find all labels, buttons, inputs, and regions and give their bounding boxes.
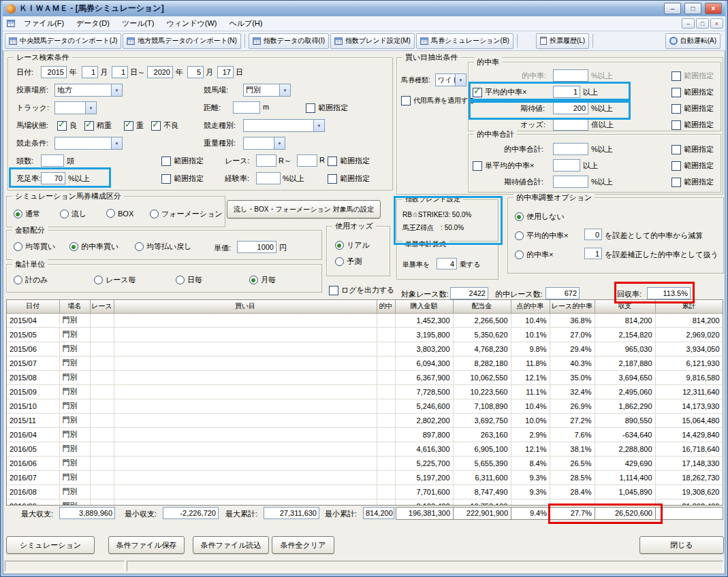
table-row[interactable]: 2016/08門別7,701,6008,747,4909.3%28.4%1,04… (7, 484, 723, 499)
aggregation-per-race-radio[interactable]: レース毎 (94, 275, 136, 285)
menu-help[interactable]: ヘルプ(H) (223, 16, 268, 31)
experience-rate-input[interactable] (256, 172, 281, 184)
maximize-button[interactable]: □ (684, 3, 701, 14)
allocation-equal-radio[interactable]: 均等買い (14, 242, 55, 252)
date-day-to-input[interactable]: 17 (217, 66, 234, 78)
menu-window[interactable]: ウィンドウ(W) (161, 16, 222, 31)
substitute-ticket-checkbox[interactable]: 代用馬券を適用する (401, 96, 475, 105)
fill-rate-range-checkbox[interactable]: 範囲指定 (161, 174, 204, 184)
racecourse-select[interactable]: 門別▼ (243, 84, 291, 97)
track-select[interactable]: ▼ (54, 101, 97, 114)
table-row[interactable]: 2015/05門別3,195,8005,350,62010.1%27.0%2,1… (7, 327, 723, 342)
distance-input[interactable] (233, 101, 260, 114)
single-avg-hit-rate-input[interactable] (553, 159, 580, 171)
condition-heavy-checkbox[interactable]: 重 (124, 120, 144, 131)
table-row[interactable]: 2015/04門別1,452,3002,266,50010.4%36.8%814… (7, 313, 723, 327)
clear-conditions-button[interactable]: 条件全クリア (272, 536, 334, 554)
chevron-down-icon[interactable]: ▼ (111, 84, 122, 96)
condition-slightly-heavy-checkbox[interactable]: 稍重 (84, 120, 112, 131)
table-row[interactable]: 2016/05門別4,616,3006,905,10012.1%38.1%2,2… (7, 442, 723, 456)
mdi-close-button[interactable]: × (710, 18, 723, 29)
avg-hit-rate-range-checkbox[interactable]: 範囲指定 (671, 87, 714, 97)
mdi-child-icon[interactable] (7, 20, 15, 27)
expected-total-input[interactable] (553, 176, 588, 188)
win-rate-exponent-input[interactable]: 4 (437, 258, 457, 269)
chevron-down-icon[interactable]: ▼ (274, 137, 285, 149)
header-bet[interactable]: 買い目 (114, 300, 377, 313)
date-year-from-input[interactable]: 2015 (41, 66, 67, 78)
aggregation-monthly-radio[interactable]: 月毎 (249, 275, 276, 285)
target-horse-settings-button[interactable]: 流し・BOX・フォーメーション 対象馬の設定 (227, 200, 381, 218)
header-purchase[interactable]: 購入金額 (395, 300, 453, 313)
save-conditions-button[interactable]: 条件ファイル保存 (108, 536, 185, 554)
minimize-button[interactable]: – (664, 3, 681, 14)
hit-rate-input[interactable] (553, 69, 588, 82)
composition-normal-radio[interactable]: 通常 (14, 209, 40, 219)
experience-range-checkbox[interactable]: 範囲指定 (328, 174, 370, 184)
odds-range-checkbox[interactable]: 範囲指定 (671, 120, 714, 130)
table-row[interactable]: 2015/10門別5,246,6007,108,89010.4%26.9%1,8… (7, 399, 723, 413)
race-condition-select[interactable]: ▼ (54, 137, 123, 150)
table-row[interactable]: 2016/07門別5,197,2006,311,6009.3%28.5%1,11… (7, 470, 723, 484)
weight-type-select[interactable]: ▼ (243, 137, 285, 150)
hit-rate-range-checkbox[interactable]: 範囲指定 (671, 71, 714, 81)
date-year-to-input[interactable]: 2020 (147, 66, 173, 78)
toolbar-index-blend-button[interactable]: 指数ブレンド設定(M) (330, 33, 415, 49)
hit-rate-total-range-checkbox[interactable]: 範囲指定 (671, 144, 714, 154)
header-race[interactable]: レース (90, 300, 114, 313)
race-from-input[interactable] (256, 154, 276, 167)
single-avg-hit-rate-checkbox[interactable]: 単平均的中率× (473, 161, 534, 171)
heads-range-checkbox[interactable]: 範囲指定 (161, 156, 204, 166)
unit-price-input[interactable]: 1000 (237, 241, 276, 253)
hit-rate-total-input[interactable] (553, 143, 588, 155)
menu-data[interactable]: データ(D) (71, 16, 115, 31)
single-avg-range-checkbox[interactable]: 範囲指定 (671, 161, 714, 171)
header-hit[interactable]: 的中 (377, 300, 395, 313)
header-date[interactable]: 日付 (7, 300, 59, 313)
header-race-rate[interactable]: レース的中率 (550, 300, 595, 313)
menu-tool[interactable]: ツール(T) (116, 16, 160, 31)
adjust-subtract-input[interactable]: 0 (584, 229, 602, 240)
mdi-minimize-button[interactable]: – (682, 18, 695, 29)
adjust-subtract-radio[interactable]: 平均的中率× (515, 231, 568, 241)
composition-nagashi-radio[interactable]: 流し (60, 209, 86, 219)
date-month-from-input[interactable]: 1 (82, 66, 98, 78)
header-payout[interactable]: 配当金 (453, 300, 511, 313)
table-row[interactable]: 2015/08門別6,367,90010,062,55012.1%35.0%3,… (7, 370, 723, 384)
voting-place-select[interactable]: 地方▼ (54, 84, 123, 97)
date-month-to-input[interactable]: 5 (187, 66, 204, 78)
table-row[interactable]: 2015/09門別7,728,50010,223,56011.1%32.4%2,… (7, 384, 723, 399)
date-day-from-input[interactable]: 1 (112, 66, 128, 78)
race-range-checkbox[interactable]: 範囲指定 (328, 156, 370, 166)
ticket-type-select[interactable]: ワイド▼ (435, 73, 466, 86)
mdi-restore-button[interactable]: □ (696, 18, 709, 29)
condition-good-checkbox[interactable]: 良 (57, 120, 77, 131)
close-button[interactable]: × (705, 3, 722, 14)
table-row[interactable]: 2016/04門別897,800263,1602.9%7.6%-634,6401… (7, 427, 723, 442)
header-venue[interactable]: 場名 (59, 300, 90, 313)
toolbar-import-local-button[interactable]: 地方競馬データのインポート(N) (123, 33, 241, 49)
table-row[interactable]: 2016/06門別5,225,7005,655,3908.4%26.5%429,… (7, 456, 723, 470)
allocation-equal-refund-radio[interactable]: 均等払い戻し (135, 242, 192, 252)
chevron-down-icon[interactable]: ▼ (455, 74, 466, 86)
header-point-rate[interactable]: 点的中率 (511, 300, 550, 313)
toolbar-get-index-button[interactable]: 指数データの取得(I) (249, 33, 329, 49)
odds-real-radio[interactable]: リアル (335, 240, 370, 250)
allocation-hit-rate-radio[interactable]: 的中率買い (69, 242, 118, 252)
table-row[interactable]: 2015/07門別6,094,3008,282,18011.8%40.3%2,1… (7, 356, 723, 370)
composition-box-radio[interactable]: BOX (106, 209, 133, 218)
adjust-correct-input[interactable]: 1 (584, 248, 602, 259)
odds-forecast-radio[interactable]: 予測 (335, 257, 362, 267)
expected-value-range-checkbox[interactable]: 範囲指定 (671, 103, 714, 114)
chevron-down-icon[interactable]: ▼ (85, 102, 96, 114)
load-conditions-button[interactable]: 条件ファイル読込 (193, 536, 269, 554)
aggregation-daily-radio[interactable]: 日毎 (176, 275, 202, 285)
close-dialog-button[interactable]: 閉じる (639, 536, 724, 554)
toolbar-simulation-button[interactable]: 馬券シミュレーション(B) (416, 33, 513, 49)
table-row[interactable]: 2015/11門別2,802,2003,692,75010.0%27.2%890… (7, 413, 723, 427)
aggregation-total-only-radio[interactable]: 計のみ (14, 275, 48, 285)
chevron-down-icon[interactable]: ▼ (313, 120, 324, 131)
simulation-button[interactable]: シミュレーション (6, 536, 95, 554)
chevron-down-icon[interactable]: ▼ (279, 84, 290, 96)
menu-file[interactable]: ファイル(F) (18, 16, 69, 31)
